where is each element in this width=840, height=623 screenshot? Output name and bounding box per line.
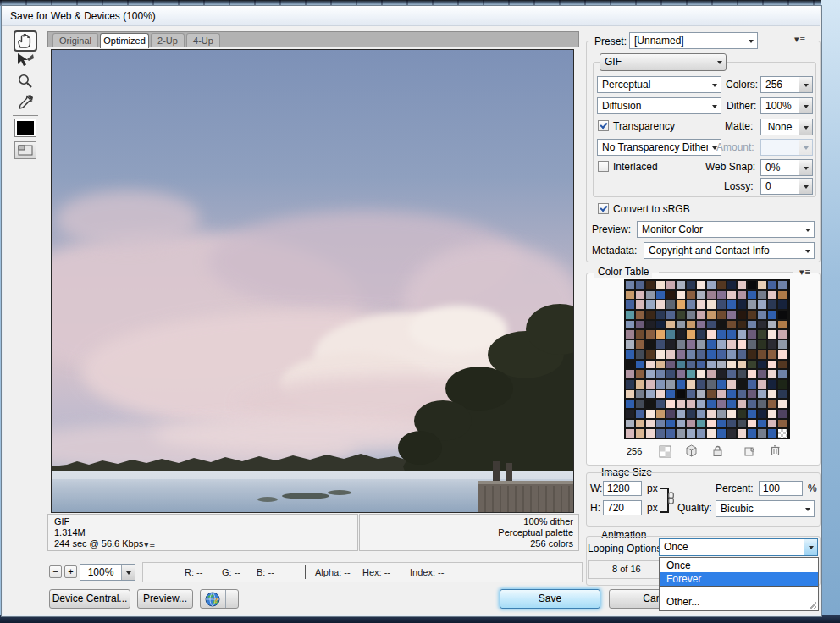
color-swatch[interactable] [635,300,645,310]
preset-panel-menu-icon[interactable]: ▾≡ [794,34,806,45]
color-swatch[interactable] [666,350,676,360]
percent-input[interactable] [759,481,803,496]
color-swatch[interactable] [777,350,788,360]
color-swatch[interactable] [696,329,706,339]
color-swatch[interactable] [666,428,676,438]
color-swatch[interactable] [777,399,788,409]
color-swatch[interactable] [645,290,655,300]
color-swatch[interactable] [737,428,747,438]
color-swatch[interactable] [655,389,666,400]
map-transparency-button[interactable] [659,445,671,458]
color-swatch[interactable] [727,428,737,438]
color-swatch[interactable] [767,379,777,389]
colors-select[interactable]: 256 [760,76,813,93]
color-swatch[interactable] [666,419,676,429]
color-swatch[interactable] [757,310,767,320]
slice-select-tool-button[interactable] [16,52,35,72]
color-swatch[interactable] [777,389,788,400]
color-swatch[interactable] [635,428,645,438]
color-swatch[interactable] [777,360,788,370]
color-swatch[interactable] [777,280,788,290]
color-swatch[interactable] [737,389,747,400]
color-swatch[interactable] [676,369,686,379]
color-swatch[interactable] [727,369,737,379]
color-swatch[interactable] [635,419,645,429]
tab-original[interactable]: Original [52,33,98,47]
color-swatch[interactable] [747,409,757,419]
color-swatch[interactable] [727,360,737,370]
color-swatch[interactable] [645,399,655,409]
color-swatch[interactable] [747,350,757,360]
color-swatch[interactable] [655,419,666,429]
color-swatch[interactable] [737,310,747,320]
browser-select-button[interactable]: ? [200,589,239,609]
color-swatch[interactable] [757,409,767,419]
color-swatch[interactable] [655,300,666,310]
color-swatch[interactable] [625,300,635,310]
color-swatch[interactable] [625,310,635,320]
color-swatch[interactable] [716,409,727,419]
color-swatch[interactable] [777,419,788,429]
color-swatch[interactable] [645,339,655,350]
color-swatch[interactable] [645,360,655,370]
color-swatch[interactable] [666,409,676,419]
toggle-slices-visibility-button[interactable] [14,141,36,159]
color-swatch[interactable] [655,428,666,438]
dither-amount-select[interactable]: 100% [760,97,813,114]
color-swatch[interactable] [635,290,645,300]
color-swatch[interactable] [706,350,716,360]
tab-2up[interactable]: 2-Up [151,33,185,47]
quality-select[interactable]: Bicubic [716,500,815,517]
color-swatch[interactable] [686,369,696,379]
zoom-out-button[interactable]: − [49,565,62,578]
color-swatch[interactable] [767,280,777,290]
color-swatch[interactable] [706,280,716,290]
color-swatch[interactable] [757,369,767,379]
dither-method-select[interactable]: Diffusion [597,97,721,114]
color-swatch[interactable] [686,428,696,438]
color-swatch[interactable] [635,329,645,339]
convert-srgb-checkbox[interactable] [598,203,609,214]
color-swatch[interactable] [757,350,767,360]
color-swatch[interactable] [757,320,767,330]
lock-color-button[interactable] [711,444,724,457]
color-swatch[interactable] [716,399,727,409]
color-swatch[interactable] [625,350,635,360]
color-swatch[interactable] [727,350,737,360]
zoom-tool-button[interactable] [16,73,35,95]
zoom-in-button[interactable]: + [64,565,77,578]
color-swatch[interactable] [727,419,737,429]
color-swatch[interactable] [706,409,716,419]
color-swatch[interactable] [706,310,716,320]
color-swatch[interactable] [747,360,757,370]
color-swatch[interactable] [666,300,676,310]
color-swatch[interactable] [676,329,686,339]
color-swatch[interactable] [757,419,767,429]
color-swatch[interactable] [747,379,757,389]
color-swatch[interactable] [666,310,676,320]
color-swatch[interactable] [635,280,645,290]
color-swatch[interactable] [655,409,666,419]
height-input[interactable] [603,500,642,515]
color-swatch[interactable] [737,399,747,409]
color-swatch[interactable] [686,310,696,320]
color-swatch[interactable] [757,280,767,290]
color-swatch[interactable] [666,379,676,389]
color-swatch[interactable] [666,339,676,350]
color-swatch[interactable] [727,379,737,389]
color-swatch[interactable] [696,350,706,360]
color-swatch[interactable] [767,409,777,419]
color-swatch[interactable] [767,419,777,429]
color-swatch[interactable] [757,399,767,409]
color-swatch[interactable] [645,419,655,429]
color-swatch[interactable] [625,419,635,429]
color-swatch[interactable] [737,280,747,290]
color-swatch[interactable] [676,339,686,350]
color-swatch[interactable] [666,369,676,379]
optimized-image-preview[interactable] [51,49,574,513]
color-swatch[interactable] [777,369,788,379]
transparency-checkbox[interactable] [598,120,609,131]
color-swatch[interactable] [747,389,757,400]
color-swatch[interactable] [655,339,666,350]
color-swatch[interactable] [635,369,645,379]
